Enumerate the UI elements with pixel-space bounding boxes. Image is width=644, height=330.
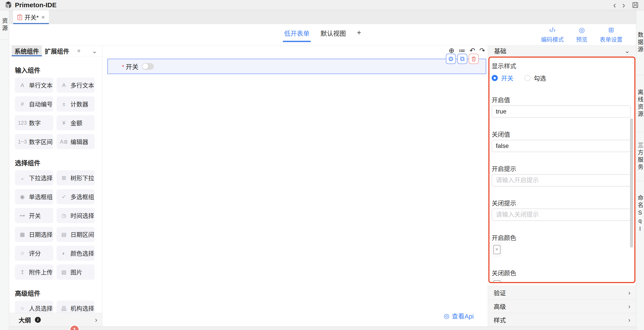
component-item[interactable]: ✓ 多选框组 [56,189,95,204]
tab-lowcode-form[interactable]: 低开表单 [284,26,310,44]
field-delete-button[interactable] [469,54,479,64]
save-button[interactable] [632,2,639,8]
expand-section-chevron-icon[interactable]: › [628,302,630,310]
properties-panel: 基础 ⌄ 显示样式 开关 勾选 [488,46,636,326]
field-settings-button[interactable]: ⚙ [446,54,456,64]
on-tip-input[interactable] [492,174,631,186]
component-item-label: 数字 [29,118,41,127]
component-item[interactable]: ± 计数器 [56,96,95,112]
off-value-input[interactable] [492,140,631,152]
expand-section-chevron-icon[interactable]: › [628,289,630,296]
tab-default-view-label: 默认视图 [320,30,346,37]
component-item-label: 单行文本 [29,81,52,90]
component-item[interactable]: ↥ 附件上传 [15,264,53,280]
toolbar-action-button[interactable]: ⊞ 表单设置 [600,26,622,43]
canvas-toolbar-icons: ⊕ ≔ ↶ ↷ [449,47,485,54]
toolbar-action-button[interactable]: ‹/› 编码模式 [541,26,564,43]
collapsed-section-row[interactable]: 高级 › [488,299,636,313]
component-item[interactable]: ▧ 图片 [56,264,95,280]
component-item[interactable]: ▤ 日期区间 [56,227,95,242]
off-color-field: 关闭颜色 × [492,268,631,283]
collapse-panel-chevron-icon[interactable]: ⌄ [92,47,97,55]
section-basic-collapse-chevron-icon[interactable]: ⌄ [624,47,630,54]
close-tab-icon[interactable]: × [42,14,45,21]
component-item-label: 计数器 [70,100,88,108]
toolbar-action-icon: ◎ [579,26,584,34]
off-value-label: 关闭值 [492,130,631,136]
tab-system-components-label: 系统组件 [14,47,39,56]
component-item[interactable]: ▦ 日期选择 [15,227,53,242]
on-value-input[interactable] [492,106,631,118]
field-copy-button[interactable]: ⧉ [457,54,467,64]
section-basic-header[interactable]: 基础 ⌄ [488,46,636,56]
off-color-swatch[interactable]: × [492,278,502,283]
component-item[interactable]: ○ 人员选择 [15,301,53,313]
component-list-menu-icon[interactable]: ≡ [78,48,80,54]
right-rail-tab[interactable]: 三方服务 [636,132,644,181]
copy-icon: ⧉ [460,55,465,63]
tab-default-view[interactable]: 默认视图 [320,26,346,44]
radio-option-check-label: 勾选 [534,74,546,82]
toolbar-action-button[interactable]: ◎ 预览 [576,26,588,43]
switch-toggle[interactable] [142,63,154,70]
component-icon: ◐ [59,250,69,256]
on-color-swatch[interactable]: × [492,243,502,256]
collapsed-section-row[interactable]: 样式 › [488,313,636,326]
left-rail-tab-resources[interactable]: 资源 [0,10,9,40]
component-item[interactable]: A 多行文本 [56,78,95,93]
nav-back-icon[interactable]: ‹ [610,1,619,10]
document-tab-switch[interactable]: 开关* × [13,10,49,24]
toolbar-action-icon: ‹/› [549,26,556,34]
app-shell: 资源 开关* × 低开表单 [0,10,644,330]
tab-extension-components[interactable]: 扩展组件 [42,46,72,56]
component-item[interactable]: 1~3 数字区间 [15,134,53,149]
app-title: Primeton-IDE [15,1,56,9]
structure-icon[interactable]: ≔ [458,47,465,54]
expand-section-chevron-icon[interactable]: › [628,316,630,324]
outline-expand-chevron-icon[interactable]: › [95,316,97,324]
required-mark: * [122,64,124,70]
radio-option-check[interactable]: 勾选 [524,74,546,82]
view-api-link[interactable]: ◎ 查看Api [444,311,474,320]
switch-field-label: 开关 [126,62,138,71]
component-item[interactable]: ⊶ 开关 [15,208,53,223]
component-item[interactable]: ◉ 单选框组 [15,189,53,204]
panel-scrollbar-thumb[interactable] [630,118,633,248]
title-bar: Primeton-IDE ‹ › [0,0,644,10]
radio-option-switch[interactable]: 开关 [492,74,513,82]
globe-icon[interactable]: ⊕ [449,47,454,54]
component-icon: ✓ [59,194,69,200]
component-item[interactable]: 123 数字 [15,115,53,130]
component-item[interactable]: A 单行文本 [15,78,53,93]
left-rail: 资源 [0,10,9,330]
component-item[interactable]: ☆ 评分 [15,246,53,261]
undo-icon[interactable]: ↶ [470,47,475,54]
component-item[interactable]: ◐ 颜色选择 [56,246,95,261]
component-icon: 123 [18,120,27,126]
form-toolbar: 低开表单 默认视图 + ‹/› 编码模式 [9,24,636,46]
off-tip-input[interactable] [492,208,631,221]
form-canvas[interactable]: ⊕ ≔ ↶ ↷ * 开关 ⚙ ⧉ [102,46,488,326]
component-item[interactable]: 品 机构选择 [56,301,95,313]
component-grid-select: ⌄ 下拉选择 ⊞ 树形下拉 ◉ 单选框组 [9,170,102,280]
component-item[interactable]: A≣ 编辑器 [56,134,95,149]
tab-system-components[interactable]: 系统组件 [12,46,42,56]
component-item[interactable]: # 自动编号 [15,96,53,112]
right-rail-tab[interactable]: 离线资源 [636,75,644,132]
add-view-button[interactable]: + [356,25,362,44]
right-rail-tab[interactable]: 命名Sql [636,181,644,247]
right-rail-tab[interactable]: 数据源 [636,10,644,75]
nav-forward-icon[interactable]: › [619,1,628,10]
outline-bar[interactable]: 大纲 i › [9,313,102,326]
component-grid-advanced: ○ 人员选择 品 机构选择 [9,301,102,313]
component-item[interactable]: ⊞ 树形下拉 [56,170,95,186]
component-item-label: 机构选择 [70,304,94,312]
collapsed-section-row[interactable]: 验证 › [488,286,636,299]
component-item[interactable]: ¥ 金额 [56,115,95,130]
component-item[interactable]: ◷ 时间选择 [56,208,95,223]
plus-icon: + [357,28,361,36]
component-item[interactable]: ⌄ 下拉选择 [15,170,53,186]
component-icon: ◷ [59,212,69,219]
redo-icon[interactable]: ↷ [480,47,485,54]
selected-switch-field[interactable]: * 开关 [108,59,486,74]
